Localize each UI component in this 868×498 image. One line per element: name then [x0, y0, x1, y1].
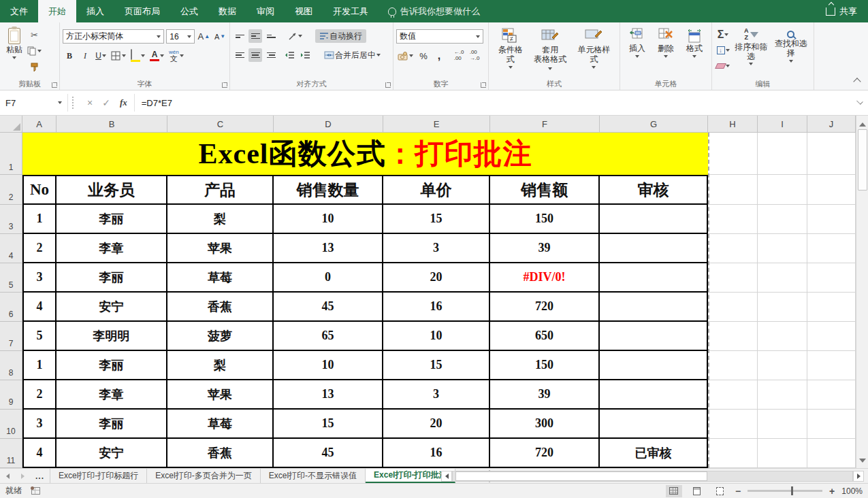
cell[interactable]: 香蕉 [167, 293, 274, 322]
formula-input[interactable]: =D7*E7 [135, 98, 868, 108]
row-header-1[interactable]: 1 [0, 133, 22, 175]
cell[interactable]: 已审核 [600, 439, 708, 468]
cell[interactable]: 梨 [167, 205, 274, 234]
cell[interactable]: 10 [274, 351, 383, 380]
percent-style-button[interactable]: % [417, 49, 430, 63]
select-all-corner[interactable] [0, 116, 22, 133]
font-name-combo[interactable]: 方正小标宋简体 [63, 29, 164, 44]
align-top-button[interactable] [233, 29, 246, 43]
cell[interactable]: 39 [490, 234, 600, 263]
phonetic-button[interactable]: wén 文 [167, 49, 185, 63]
column-header-F[interactable]: F [490, 116, 600, 133]
align-bottom-button[interactable] [264, 29, 278, 43]
cell[interactable] [758, 380, 807, 410]
share-button[interactable]: 共享 [815, 0, 868, 22]
table-header-cell[interactable]: 单价 [383, 175, 490, 205]
enter-icon[interactable]: ✓ [102, 97, 110, 108]
table-header-cell[interactable]: 审核 [600, 175, 708, 205]
sheet-tab-2[interactable]: Excel打印-多页合并为一页 [147, 469, 260, 483]
cell[interactable]: 4 [22, 439, 57, 468]
orientation-button[interactable] [287, 29, 304, 43]
cell[interactable]: 150 [490, 351, 600, 380]
macro-record-icon[interactable] [31, 487, 40, 495]
column-header-E[interactable]: E [383, 116, 490, 133]
collapse-ribbon-button[interactable] [853, 78, 861, 85]
cell[interactable]: 15 [383, 351, 490, 380]
accounting-format-button[interactable] [396, 49, 415, 63]
cell[interactable] [807, 410, 856, 439]
cell[interactable]: 15 [383, 205, 490, 234]
cell[interactable]: 3 [383, 380, 490, 410]
normal-view-button[interactable] [666, 485, 682, 497]
zoom-slider-thumb[interactable] [791, 486, 793, 495]
cell[interactable]: 5 [22, 322, 57, 351]
cell[interactable]: 20 [383, 410, 490, 439]
cell[interactable]: 草莓 [167, 263, 274, 293]
sheet-nav-left-button[interactable] [0, 469, 15, 483]
fill-color-button[interactable] [129, 49, 146, 63]
cell[interactable]: 苹果 [167, 380, 274, 410]
cell[interactable] [600, 263, 708, 293]
tab-page-layout[interactable]: 页面布局 [114, 0, 170, 22]
paste-button[interactable]: 粘贴 [3, 25, 26, 74]
cell[interactable] [807, 205, 856, 234]
increase-decimal-button[interactable]: ←.0.00 [452, 49, 466, 63]
cell[interactable]: 3 [22, 410, 57, 439]
decrease-decimal-button[interactable]: .00→.0 [468, 49, 481, 63]
table-header-cell[interactable]: 销售数量 [274, 175, 383, 205]
font-color-button[interactable]: A [148, 49, 165, 63]
cell[interactable]: 45 [274, 439, 383, 468]
cell[interactable]: 20 [383, 263, 490, 293]
cell[interactable] [708, 263, 758, 293]
cell[interactable] [708, 175, 758, 205]
tab-view[interactable]: 视图 [285, 0, 323, 22]
table-header-cell[interactable]: 产品 [167, 175, 274, 205]
merge-center-button[interactable]: 合并后居中 [321, 48, 384, 62]
row-header-5[interactable]: 5 [0, 263, 22, 293]
cell[interactable]: 梨 [167, 351, 274, 380]
cell[interactable]: 菠萝 [167, 322, 274, 351]
cell[interactable]: 10 [383, 322, 490, 351]
cell[interactable]: 16 [383, 439, 490, 468]
cell[interactable] [758, 205, 807, 234]
tab-data[interactable]: 数据 [208, 0, 246, 22]
cell[interactable] [807, 380, 856, 410]
cell[interactable] [758, 234, 807, 263]
row-header-6[interactable]: 6 [0, 293, 22, 322]
cell[interactable] [758, 263, 807, 293]
cut-button[interactable]: ✂ [26, 28, 43, 42]
cell[interactable]: 10 [274, 205, 383, 234]
page-layout-view-button[interactable] [689, 485, 705, 497]
cell[interactable]: 草莓 [167, 410, 274, 439]
cell[interactable] [807, 175, 856, 205]
increase-indent-button[interactable] [298, 48, 312, 62]
cell[interactable]: 李丽 [57, 410, 167, 439]
cell[interactable]: 65 [274, 322, 383, 351]
find-select-button[interactable]: 查找和选择 [771, 25, 811, 79]
cell[interactable]: 2 [22, 380, 57, 410]
cell[interactable] [708, 380, 758, 410]
number-dialog-launcher[interactable] [481, 82, 486, 88]
tab-review[interactable]: 审阅 [246, 0, 285, 22]
table-header-cell[interactable]: No [22, 175, 57, 205]
zoom-level-label[interactable]: 100% [841, 486, 863, 496]
cell[interactable] [807, 293, 856, 322]
cell[interactable]: 安宁 [57, 439, 167, 468]
autosum-button[interactable]: Σ [715, 28, 731, 42]
cell[interactable] [708, 322, 758, 351]
cell[interactable] [600, 205, 708, 234]
insert-cells-button[interactable]: 插入 [626, 25, 649, 79]
insert-function-icon[interactable]: fx [120, 97, 127, 108]
page-break-view-button[interactable] [712, 485, 728, 497]
cell[interactable]: 安宁 [57, 293, 167, 322]
align-center-button[interactable] [248, 48, 262, 62]
cell[interactable]: 李丽 [57, 351, 167, 380]
name-box[interactable]: F7 [0, 94, 68, 112]
cell[interactable]: 1 [22, 351, 57, 380]
hscroll-right-button[interactable] [853, 471, 864, 482]
cell[interactable] [600, 351, 708, 380]
sheet-tab-3[interactable]: Excel打印-不显示错误值 [261, 469, 366, 483]
column-header-I[interactable]: I [758, 116, 807, 133]
cell[interactable]: 3 [383, 234, 490, 263]
cell-styles-button[interactable]: 单元格样式 [571, 25, 617, 79]
